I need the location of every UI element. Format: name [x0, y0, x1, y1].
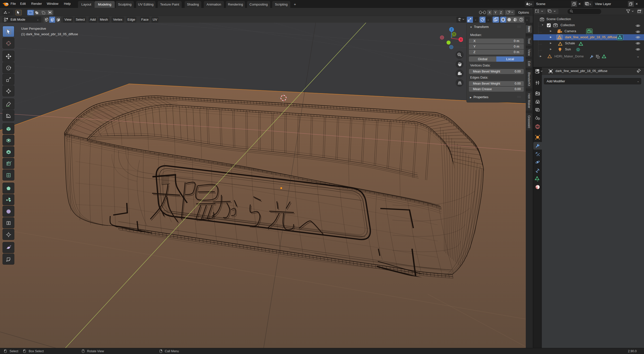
svg-text:Z: Z [451, 28, 453, 31]
svg-text:Y: Y [453, 33, 455, 36]
svg-text:X: X [460, 38, 462, 41]
